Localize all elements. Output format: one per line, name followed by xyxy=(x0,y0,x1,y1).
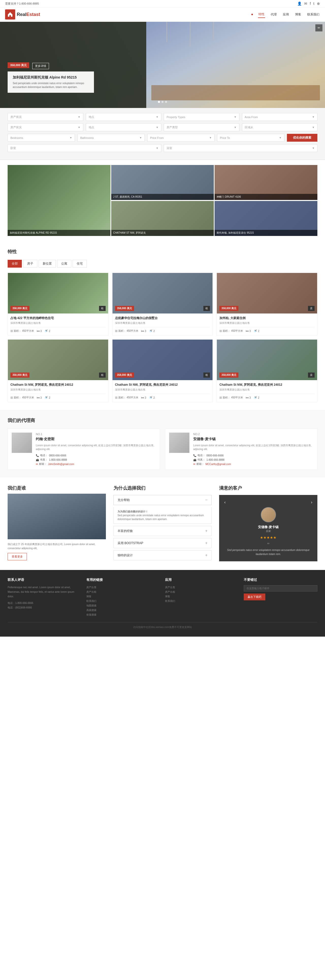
hero-dot-2[interactable] xyxy=(162,101,163,103)
property-price-1: 358,000 美元 xyxy=(10,306,29,311)
agent-fax-1: 📠 传真： 1-800-666-8888 xyxy=(36,458,156,461)
hero-dot-1[interactable] xyxy=(158,101,160,103)
footer-bottom: 访问指南中社区bbs.xieniao.com免费不可更改直网站 xyxy=(8,622,317,629)
featured-item-4[interactable]: CHATHAM ST NW, 罗阿诺克 xyxy=(111,201,214,236)
property-card-6[interactable]: 358,000 美元 卖 Chatham St NW, 罗阿诺克, 弗吉尼亚州 … xyxy=(216,339,317,402)
expand-icon-1: − xyxy=(205,498,207,502)
about-more-button[interactable]: 查看更多 xyxy=(8,553,27,560)
featured-item-5[interactable]: 斯托奇顿, 加利福尼亚居住 95215 xyxy=(215,201,317,236)
testimonial-next-btn[interactable]: › xyxy=(311,500,312,504)
hero-overlay: 358,000 美元 更多详情 加利福尼亚州斯托克顿 Alpine Rd 952… xyxy=(8,62,94,93)
footer-app-link-1[interactable]: 房产出售 xyxy=(165,585,239,590)
location-select-1[interactable]: 地点 ▼ xyxy=(86,113,162,121)
footer-link-4[interactable]: 联系我们 xyxy=(86,599,160,603)
property-card-5[interactable]: 358,000 美元 租 Chatham St NW, 罗阿诺克, 弗吉尼亚州 … xyxy=(112,339,213,402)
hero-dot-3[interactable] xyxy=(165,101,167,103)
nav-link-blog[interactable]: 博客 xyxy=(295,11,302,18)
footer-app-link-2[interactable]: 房产出租 xyxy=(165,590,239,594)
bed-icon: 🛏 xyxy=(245,396,248,399)
why-item-2[interactable]: 丰富的经验 + xyxy=(114,526,212,536)
bed-stat-6: 🛏 3 xyxy=(245,396,251,399)
area-stat-3: ⊞ 面积： 450平方米 xyxy=(219,329,243,333)
filter-tab-all[interactable]: 全部 xyxy=(8,260,22,267)
bed-value-1: 3 xyxy=(40,330,42,332)
agent-details-2: NO.2 安德鲁·麦卡锡 Lorem ipsum dolor sit amet,… xyxy=(193,433,313,466)
featured-main-item[interactable]: 加利福尼亚州斯托克顿 ALPINE RD 95215 xyxy=(8,165,110,236)
testimonial-prev-btn[interactable]: ‹ xyxy=(224,500,226,504)
search-row-2: 房产状况 ▼ 地点 ▼ 房产类型 ▼ 区域从 ▼ xyxy=(8,123,317,131)
area-stat-4: ⊞ 面积： 450平方米 xyxy=(10,396,34,399)
filter-tab-residential[interactable]: 住宅 xyxy=(73,260,87,267)
featured-main-label: 加利福尼亚州斯托克顿 ALPINE RD 95215 xyxy=(8,230,110,236)
hero-more-btn[interactable]: 更多详情 xyxy=(32,63,49,69)
featured-item-2[interactable]: J ST, 露易斯死, CA 95351 xyxy=(111,165,214,200)
why-item-4[interactable]: 独特的设计 + xyxy=(114,550,212,560)
area-label-4: 面积： xyxy=(14,396,21,399)
footer-grid: 联系人评语 Pellentesque nec nisl amet. Lorem … xyxy=(8,578,317,617)
agent-email-1[interactable]: ✉ 邮箱： JohnSmith@gmail.com xyxy=(36,462,156,466)
nav-link-features[interactable]: 特性 xyxy=(258,11,265,18)
property-card-1[interactable]: 358,000 美元 租 占地 422 平方米的池畔特色住宅 深圳市鹰景新公园土… xyxy=(8,273,109,336)
status-select-2[interactable]: 房产状况 ▼ xyxy=(8,123,83,131)
nav-link-apps[interactable]: 应用 xyxy=(282,11,290,18)
footer-link-1[interactable]: 房产出售 xyxy=(86,585,160,590)
rss-icon[interactable]: ⊕ xyxy=(317,2,320,6)
bedrooms-select[interactable]: Bedrooms ▼ xyxy=(8,134,75,142)
bathrooms-select[interactable]: Bathrooms ▼ xyxy=(77,134,145,142)
why-title: 为什么选择我们 xyxy=(114,485,212,491)
facebook-icon[interactable]: f xyxy=(310,2,311,6)
top-bar: 需要支持？1-800-666-8885 👤 ✉ f t ⊕ xyxy=(0,0,325,7)
property-type-select-2[interactable]: 房产类型 ▼ xyxy=(164,123,239,131)
footer-link-6[interactable]: 高级搜索 xyxy=(86,608,160,612)
property-address-4: 深圳市鹰景新公园土地出售 xyxy=(10,388,106,391)
footer-link-3[interactable]: 博客 xyxy=(86,594,160,599)
property-image-4: 358,000 美元 租 xyxy=(8,340,108,380)
newsletter-submit-btn[interactable]: 赢在下载吧 xyxy=(244,593,265,600)
property-address-6: 深圳市鹰景新公园土地出售 xyxy=(219,388,315,391)
property-card-2[interactable]: 358,000 美元 租 总统豪华住宅拉梅尔山的假墅台 深圳市鹰景新公园土地出售… xyxy=(112,273,213,336)
property-card-3[interactable]: 358,000 美元 卖 加州柏, 大家庭住例 深圳市鹰景新公园土地出售 ⊞ 面… xyxy=(216,273,317,336)
footer-app-link-4[interactable]: 联系我们 xyxy=(165,599,239,603)
area-stat-5: ⊞ 面积： 450平方米 xyxy=(115,396,139,399)
property-card-4[interactable]: 358,000 美元 租 Chatham St NW, 罗阿诺克, 弗吉尼亚州 … xyxy=(8,339,109,402)
area-icon: ⊞ xyxy=(115,396,118,399)
filter-tab-new[interactable]: 新位置 xyxy=(38,260,56,267)
area-from-select-2[interactable]: 区域从 ▼ xyxy=(242,123,318,131)
user-icon[interactable]: 👤 xyxy=(297,2,302,6)
bath-stat-6: 🚿 2 xyxy=(253,396,259,399)
area-icon: ⊞ xyxy=(10,396,13,399)
area-from-select[interactable]: Area From ▼ xyxy=(242,113,318,121)
why-item-3[interactable]: 采用 BOOTSTRAP + xyxy=(114,538,212,548)
nav-link-contact[interactable]: 联系我们 xyxy=(307,11,320,18)
hero-edit-button[interactable]: ✏ xyxy=(315,24,322,32)
bathroom-select-2[interactable]: 浴室 ▼ xyxy=(164,144,317,152)
footer-link-7[interactable]: 坐落搜索 xyxy=(86,612,160,617)
featured-item-3[interactable]: 神断门 DRUNIT 4106 xyxy=(215,165,317,200)
status-select-1[interactable]: 房产状况 ▼ xyxy=(8,113,83,121)
footer-link-2[interactable]: 房产出租 xyxy=(86,590,160,594)
filter-tab-apartment[interactable]: 公寓 xyxy=(57,260,71,267)
property-price-5: 358,000 美元 xyxy=(115,372,134,378)
price-from-select[interactable]: Price From ▼ xyxy=(147,134,215,142)
agent-email-2[interactable]: ✉ 邮箱： MCCarthy@gmail.com xyxy=(193,462,313,466)
price-to-select[interactable]: Price To ▼ xyxy=(217,134,284,142)
newsletter-email-input[interactable] xyxy=(244,585,317,592)
footer-app-link-3[interactable]: 博客 xyxy=(165,594,239,599)
nav-links: 特性 代理 应用 博客 联系我们 xyxy=(251,11,320,18)
bedroom-select-2[interactable]: 卧室 ▼ xyxy=(8,144,161,152)
bed-icon: 🛏 xyxy=(37,329,40,333)
nav-link-agents[interactable]: 代理 xyxy=(270,11,277,18)
agents-grid: NO.1 约翰·史密斯 Lorem ipsum dolor sit amet, … xyxy=(8,428,317,470)
email-icon[interactable]: ✉ xyxy=(304,2,307,6)
location-select-2[interactable]: 地点 ▼ xyxy=(86,123,162,131)
footer-col-4: 不要错过 赢在下载吧 xyxy=(244,578,317,617)
footer-link-5[interactable]: 地图搜索 xyxy=(86,603,160,608)
twitter-icon[interactable]: t xyxy=(313,2,314,6)
properties-section: 特性 全部 房子 新位置 公寓 住宅 358,000 美元 租 占地 422 平… xyxy=(0,241,325,410)
property-types-select[interactable]: Property Types ▼ xyxy=(164,113,239,121)
agent-no-2: NO.2 xyxy=(193,433,313,436)
hero-section: 358,000 美元 更多详情 加利福尼亚州斯托克顿 Alpine Rd 952… xyxy=(0,22,325,108)
search-button[interactable]: 优化你的搜索 xyxy=(287,134,317,142)
filter-tab-house[interactable]: 房子 xyxy=(23,260,37,267)
why-item-1[interactable]: 充分帮助 − xyxy=(114,495,212,505)
